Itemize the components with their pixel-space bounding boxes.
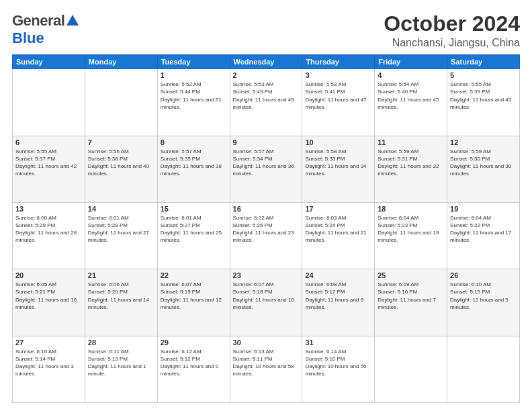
day-number: 21 [88, 271, 154, 279]
logo-icon [65, 13, 80, 28]
calendar-cell: 9Sunrise: 5:57 AMSunset: 5:34 PMDaylight… [230, 136, 302, 202]
cell-sunset: Sunset: 5:29 PM [15, 222, 82, 229]
cell-sunset: Sunset: 5:20 PM [88, 288, 154, 295]
day-number: 15 [161, 205, 227, 213]
cell-sunset: Sunset: 5:22 PM [450, 222, 517, 229]
cell-sunrise: Sunrise: 6:09 AM [378, 281, 444, 288]
cell-daylight: Daylight: 11 hours and 51 minutes. [161, 96, 227, 111]
calendar-cell: 6Sunrise: 5:55 AMSunset: 5:37 PMDaylight… [13, 136, 85, 202]
cell-sunrise: Sunrise: 5:54 AM [378, 81, 444, 88]
cell-sunrise: Sunrise: 6:07 AM [233, 281, 300, 288]
cell-sunrise: Sunrise: 5:52 AM [161, 81, 227, 88]
day-number: 23 [233, 271, 300, 279]
calendar-cell: 2Sunrise: 5:53 AMSunset: 5:43 PMDaylight… [230, 69, 302, 136]
cell-daylight: Daylight: 11 hours and 30 minutes. [450, 163, 517, 177]
cell-sunset: Sunset: 5:41 PM [305, 88, 371, 95]
cell-sunrise: Sunrise: 6:03 AM [305, 214, 371, 222]
calendar-cell: 16Sunrise: 6:02 AMSunset: 5:26 PMDayligh… [230, 202, 302, 269]
calendar-cell: 8Sunrise: 5:57 AMSunset: 5:35 PMDaylight… [157, 136, 230, 202]
cell-daylight: Daylight: 11 hours and 40 minutes. [88, 163, 154, 177]
calendar-cell: 28Sunrise: 6:11 AMSunset: 5:13 PMDayligh… [85, 336, 157, 402]
calendar-cell: 19Sunrise: 6:04 AMSunset: 5:22 PMDayligh… [447, 202, 520, 269]
cell-daylight: Daylight: 11 hours and 19 minutes. [378, 229, 444, 244]
day-number: 24 [305, 271, 371, 279]
logo-general: General [12, 12, 64, 30]
cell-daylight: Daylight: 11 hours and 45 minutes. [378, 96, 444, 111]
calendar-cell: 14Sunrise: 6:01 AMSunset: 5:28 PMDayligh… [85, 202, 157, 269]
calendar-cell: 22Sunrise: 6:07 AMSunset: 5:19 PMDayligh… [157, 269, 230, 336]
day-number: 2 [233, 71, 300, 79]
day-number: 6 [15, 138, 82, 146]
cell-sunrise: Sunrise: 6:04 AM [378, 214, 444, 222]
cell-daylight: Daylight: 10 hours and 56 minutes. [305, 363, 371, 377]
cell-sunrise: Sunrise: 6:13 AM [233, 348, 300, 355]
cell-daylight: Daylight: 11 hours and 34 minutes. [305, 163, 371, 177]
cell-sunset: Sunset: 5:11 PM [233, 355, 300, 363]
calendar-cell: 10Sunrise: 5:58 AMSunset: 5:33 PMDayligh… [302, 136, 375, 202]
cell-daylight: Daylight: 11 hours and 47 minutes. [305, 96, 371, 111]
cell-daylight: Daylight: 10 hours and 58 minutes. [233, 363, 300, 377]
cell-sunset: Sunset: 5:31 PM [378, 155, 444, 163]
cell-sunset: Sunset: 5:28 PM [88, 222, 154, 229]
day-number: 16 [233, 205, 300, 213]
calendar-cell: 11Sunrise: 5:59 AMSunset: 5:31 PMDayligh… [375, 136, 447, 202]
cell-sunrise: Sunrise: 6:02 AM [233, 214, 300, 222]
calendar-cell: 4Sunrise: 5:54 AMSunset: 5:40 PMDaylight… [375, 69, 447, 136]
cell-sunset: Sunset: 5:36 PM [88, 155, 154, 163]
cell-daylight: Daylight: 11 hours and 27 minutes. [88, 229, 154, 244]
calendar-week-row: 13Sunrise: 6:00 AMSunset: 5:29 PMDayligh… [13, 202, 520, 269]
calendar-cell: 17Sunrise: 6:03 AMSunset: 5:24 PMDayligh… [302, 202, 375, 269]
cell-daylight: Daylight: 11 hours and 3 minutes. [15, 363, 82, 377]
cell-daylight: Daylight: 11 hours and 0 minutes. [161, 363, 227, 377]
calendar-cell: 26Sunrise: 6:10 AMSunset: 5:15 PMDayligh… [447, 269, 520, 336]
day-number: 4 [378, 71, 444, 79]
cell-sunrise: Sunrise: 5:55 AM [15, 148, 82, 155]
cell-daylight: Daylight: 11 hours and 12 minutes. [161, 296, 227, 311]
cell-sunset: Sunset: 5:35 PM [161, 155, 227, 163]
cell-sunrise: Sunrise: 6:10 AM [450, 281, 517, 288]
day-number: 17 [305, 205, 371, 213]
cell-daylight: Daylight: 11 hours and 7 minutes. [378, 296, 444, 311]
cell-daylight: Daylight: 11 hours and 17 minutes. [450, 229, 517, 244]
cell-sunset: Sunset: 5:10 PM [305, 355, 371, 363]
day-number: 22 [161, 271, 227, 279]
day-number: 13 [15, 205, 82, 213]
cell-sunset: Sunset: 5:19 PM [161, 288, 227, 295]
cell-sunrise: Sunrise: 6:07 AM [161, 281, 227, 288]
day-number: 1 [161, 71, 227, 79]
logo-blue: Blue [12, 30, 44, 47]
cell-sunset: Sunset: 5:33 PM [305, 155, 371, 163]
calendar-cell [13, 69, 85, 136]
cell-sunrise: Sunrise: 6:05 AM [15, 281, 82, 288]
cell-sunrise: Sunrise: 6:04 AM [450, 214, 517, 222]
cell-daylight: Daylight: 11 hours and 43 minutes. [450, 96, 517, 111]
calendar-cell: 31Sunrise: 6:14 AMSunset: 5:10 PMDayligh… [302, 336, 375, 402]
day-number: 9 [233, 138, 300, 146]
cell-daylight: Daylight: 11 hours and 32 minutes. [378, 163, 444, 177]
calendar-cell: 18Sunrise: 6:04 AMSunset: 5:23 PMDayligh… [375, 202, 447, 269]
calendar-cell: 24Sunrise: 6:08 AMSunset: 5:17 PMDayligh… [302, 269, 375, 336]
cell-sunrise: Sunrise: 6:12 AM [161, 348, 227, 355]
cell-sunrise: Sunrise: 5:56 AM [88, 148, 154, 155]
header-saturday: Saturday [447, 55, 520, 69]
calendar-cell: 20Sunrise: 6:05 AMSunset: 5:21 PMDayligh… [13, 269, 85, 336]
cell-sunset: Sunset: 5:43 PM [233, 88, 300, 95]
header-tuesday: Tuesday [157, 55, 230, 69]
calendar-week-row: 6Sunrise: 5:55 AMSunset: 5:37 PMDaylight… [13, 136, 520, 202]
cell-daylight: Daylight: 11 hours and 8 minutes. [305, 296, 371, 311]
calendar-cell: 13Sunrise: 6:00 AMSunset: 5:29 PMDayligh… [13, 202, 85, 269]
calendar-cell: 3Sunrise: 5:53 AMSunset: 5:41 PMDaylight… [302, 69, 375, 136]
page: General Blue October 2024 Nanchansi, Jia… [0, 0, 532, 411]
cell-sunset: Sunset: 5:13 PM [88, 355, 154, 363]
cell-sunrise: Sunrise: 5:58 AM [305, 148, 371, 155]
cell-daylight: Daylight: 11 hours and 21 minutes. [305, 229, 371, 244]
cell-daylight: Daylight: 11 hours and 28 minutes. [15, 229, 82, 244]
cell-sunset: Sunset: 5:44 PM [161, 88, 227, 95]
cell-daylight: Daylight: 11 hours and 49 minutes. [233, 96, 300, 111]
calendar-cell: 30Sunrise: 6:13 AMSunset: 5:11 PMDayligh… [230, 336, 302, 402]
cell-sunrise: Sunrise: 5:57 AM [161, 148, 227, 155]
calendar-cell: 7Sunrise: 5:56 AMSunset: 5:36 PMDaylight… [85, 136, 157, 202]
calendar-cell: 5Sunrise: 5:55 AMSunset: 5:39 PMDaylight… [447, 69, 520, 136]
cell-sunrise: Sunrise: 6:11 AM [88, 348, 154, 355]
cell-daylight: Daylight: 11 hours and 10 minutes. [233, 296, 300, 311]
